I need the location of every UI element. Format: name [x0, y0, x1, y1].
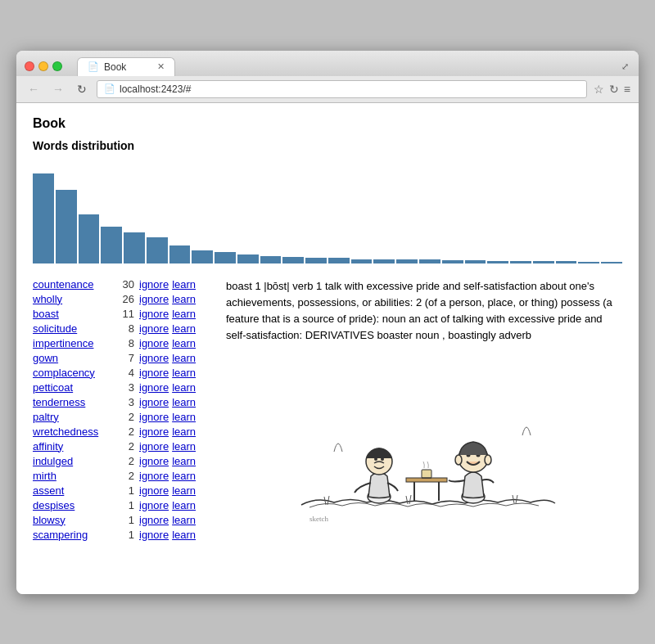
word-link[interactable]: tenderness — [33, 396, 115, 408]
chart-bar — [215, 252, 236, 263]
chart-bar — [601, 262, 622, 263]
sync-icon[interactable]: ↻ — [609, 83, 619, 96]
learn-link[interactable]: learn — [172, 278, 196, 290]
learn-link[interactable]: learn — [172, 484, 196, 497]
ignore-link[interactable]: ignore — [139, 308, 169, 320]
word-link[interactable]: scampering — [33, 529, 115, 541]
learn-link[interactable]: learn — [172, 529, 196, 541]
ignore-link[interactable]: ignore — [139, 440, 169, 453]
window-controls: ⤢ — [620, 60, 630, 74]
tab-title: Book — [104, 61, 126, 73]
ignore-link[interactable]: ignore — [139, 514, 169, 526]
refresh-button[interactable]: ↻ — [74, 81, 90, 97]
word-link[interactable]: affinity — [33, 440, 115, 453]
word-link[interactable]: wholly — [33, 293, 115, 305]
word-link[interactable]: despises — [33, 499, 115, 511]
learn-link[interactable]: learn — [172, 293, 196, 305]
ignore-link[interactable]: ignore — [139, 426, 169, 438]
ignore-link[interactable]: ignore — [139, 455, 169, 467]
word-count: 2 — [118, 411, 134, 423]
learn-link[interactable]: learn — [172, 426, 196, 438]
chart-bar — [373, 259, 395, 263]
word-link[interactable]: countenance — [33, 278, 115, 290]
word-count: 2 — [118, 426, 134, 438]
learn-link[interactable]: learn — [172, 411, 196, 423]
ignore-link[interactable]: ignore — [139, 322, 169, 335]
learn-link[interactable]: learn — [172, 352, 196, 364]
word-link[interactable]: mirth — [33, 470, 115, 482]
back-button[interactable]: ← — [25, 81, 43, 97]
learn-link[interactable]: learn — [172, 514, 196, 526]
main-content: countenance30ignorelearnwholly26ignorele… — [33, 278, 622, 543]
chart-bar — [79, 214, 100, 263]
forward-button[interactable]: → — [49, 81, 67, 97]
illustration-container: sketch — [226, 354, 622, 525]
address-bar: ← → ↻ 📄 localhost:2423/# ☆ ↻ ≡ — [16, 76, 639, 103]
address-field[interactable]: 📄 localhost:2423/# — [97, 80, 587, 98]
word-row: countenance30ignorelearn — [33, 278, 213, 290]
word-count: 1 — [118, 529, 134, 541]
word-link[interactable]: indulged — [33, 455, 115, 467]
ignore-link[interactable]: ignore — [139, 470, 169, 482]
learn-link[interactable]: learn — [172, 440, 196, 453]
bookmark-icon[interactable]: ☆ — [594, 83, 604, 96]
ignore-link[interactable]: ignore — [139, 278, 169, 290]
word-link[interactable]: gown — [33, 352, 115, 364]
learn-link[interactable]: learn — [172, 381, 196, 394]
tab-close-button[interactable]: ✕ — [157, 61, 165, 72]
ignore-link[interactable]: ignore — [139, 352, 169, 364]
word-count: 1 — [118, 514, 134, 526]
maximize-button[interactable] — [52, 61, 62, 71]
window-expand-icon[interactable]: ⤢ — [620, 60, 630, 74]
word-count: 3 — [118, 381, 134, 394]
word-link[interactable]: solicitude — [33, 322, 115, 335]
learn-link[interactable]: learn — [172, 470, 196, 482]
word-link[interactable]: blowsy — [33, 514, 115, 526]
learn-link[interactable]: learn — [172, 499, 196, 511]
close-button[interactable] — [25, 61, 34, 71]
traffic-lights — [25, 61, 62, 71]
ignore-link[interactable]: ignore — [139, 396, 169, 408]
ignore-link[interactable]: ignore — [139, 367, 169, 379]
word-row: despises1ignorelearn — [33, 499, 213, 511]
tab-icon: 📄 — [88, 61, 99, 72]
word-link[interactable]: paltry — [33, 411, 115, 423]
word-link[interactable]: wretchedness — [33, 426, 115, 438]
ignore-link[interactable]: ignore — [139, 337, 169, 349]
word-row: impertinence8ignorelearn — [33, 337, 213, 349]
word-link[interactable]: assent — [33, 484, 115, 497]
word-row: boast11ignorelearn — [33, 308, 213, 320]
ignore-link[interactable]: ignore — [139, 293, 169, 305]
ignore-link[interactable]: ignore — [139, 381, 169, 394]
learn-link[interactable]: learn — [172, 308, 196, 320]
svg-point-13 — [455, 455, 462, 465]
learn-link[interactable]: learn — [172, 337, 196, 349]
browser-tab[interactable]: 📄 Book ✕ — [77, 57, 175, 76]
minimize-button[interactable] — [38, 61, 48, 71]
learn-link[interactable]: learn — [172, 322, 196, 335]
word-link[interactable]: petticoat — [33, 381, 115, 394]
learn-link[interactable]: learn — [172, 396, 196, 408]
word-link[interactable]: boast — [33, 308, 115, 320]
ignore-link[interactable]: ignore — [139, 411, 169, 423]
svg-rect-5 — [406, 478, 447, 482]
word-link[interactable]: impertinence — [33, 337, 115, 349]
chart-bar — [305, 258, 327, 263]
address-text: localhost:2423/# — [120, 83, 191, 95]
ignore-link[interactable]: ignore — [139, 484, 169, 497]
chart-bar — [419, 259, 440, 263]
definition-panel: boast 1 |bōst| verb 1 talk with excessiv… — [226, 278, 622, 543]
learn-link[interactable]: learn — [172, 455, 196, 467]
word-count: 2 — [118, 470, 134, 482]
word-row: gown7ignorelearn — [33, 352, 213, 364]
ignore-link[interactable]: ignore — [139, 529, 169, 541]
menu-icon[interactable]: ≡ — [624, 83, 630, 96]
address-actions: ☆ ↻ ≡ — [594, 83, 630, 96]
word-row: wholly26ignorelearn — [33, 293, 213, 305]
learn-link[interactable]: learn — [172, 367, 196, 379]
word-row: affinity2ignorelearn — [33, 440, 213, 453]
page-icon: 📄 — [104, 83, 115, 94]
word-link[interactable]: complacency — [33, 367, 115, 379]
word-row: assent1ignorelearn — [33, 484, 213, 497]
ignore-link[interactable]: ignore — [139, 499, 169, 511]
